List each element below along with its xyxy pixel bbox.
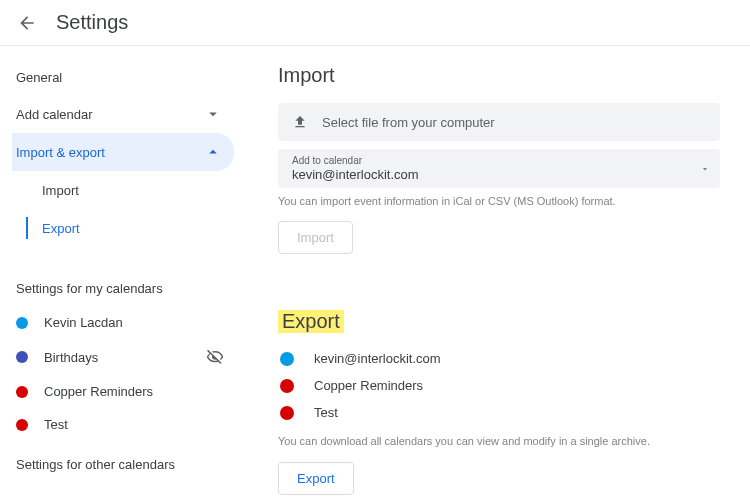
- import-title: Import: [278, 64, 720, 87]
- export-calendar-label: Copper Reminders: [314, 378, 423, 393]
- nav-import-export-children: Import Export: [12, 171, 244, 247]
- sidebar: General Add calendar Import & export Imp…: [0, 46, 250, 504]
- calendar-color-dot: [280, 379, 294, 393]
- nav-add-calendar[interactable]: Add calendar: [12, 95, 234, 133]
- nav-label: Add calendar: [16, 107, 93, 122]
- chevron-up-icon: [204, 143, 222, 161]
- calendar-item[interactable]: Test: [12, 408, 244, 441]
- export-calendar-list: kevin@interlockit.com Copper Reminders T…: [278, 345, 720, 426]
- main: Import Select file from your computer Ad…: [250, 46, 750, 504]
- import-section: Import Select file from your computer Ad…: [278, 64, 720, 254]
- export-title: Export: [278, 310, 344, 333]
- caret-down-icon: [700, 160, 710, 178]
- calendar-select-label: Add to calendar: [292, 155, 690, 166]
- import-help-text: You can import event information in iCal…: [278, 194, 720, 209]
- export-help-text: You can download all calendars you can v…: [278, 434, 720, 449]
- calendar-label: Birthdays: [44, 350, 206, 365]
- nav-import-export[interactable]: Import & export: [12, 133, 234, 171]
- calendar-select-value: kevin@interlockit.com: [292, 167, 690, 182]
- upload-label: Select file from your computer: [322, 115, 495, 130]
- subnav-label: Export: [42, 221, 80, 236]
- upload-icon: [292, 114, 308, 130]
- calendar-item[interactable]: Kevin Lacdan: [12, 306, 244, 339]
- calendar-color-dot: [16, 419, 28, 431]
- content: General Add calendar Import & export Imp…: [0, 46, 750, 504]
- my-calendars-heading: Settings for my calendars: [12, 265, 244, 306]
- calendar-label: Copper Reminders: [44, 384, 234, 399]
- other-calendars-heading: Settings for other calendars: [12, 441, 244, 482]
- calendar-item[interactable]: Birthdays: [12, 339, 244, 375]
- calendar-label: Test: [44, 417, 234, 432]
- nav-general[interactable]: General: [12, 60, 234, 95]
- export-calendar-label: kevin@interlockit.com: [314, 351, 441, 366]
- page-title: Settings: [56, 11, 128, 34]
- subnav-export[interactable]: Export: [26, 209, 244, 247]
- calendar-color-dot: [16, 386, 28, 398]
- active-bar: [26, 179, 28, 201]
- export-calendar-item: Test: [278, 399, 720, 426]
- export-calendar-item: kevin@interlockit.com: [278, 345, 720, 372]
- calendar-color-dot: [280, 406, 294, 420]
- export-section: Export kevin@interlockit.com Copper Remi…: [278, 310, 720, 494]
- chevron-down-icon: [204, 105, 222, 123]
- calendar-color-dot: [16, 351, 28, 363]
- header: Settings: [0, 0, 750, 46]
- upload-file-button[interactable]: Select file from your computer: [278, 103, 720, 141]
- import-button[interactable]: Import: [278, 221, 353, 254]
- export-calendar-item: Copper Reminders: [278, 372, 720, 399]
- arrow-left-icon: [17, 13, 37, 33]
- back-button[interactable]: [14, 10, 40, 36]
- calendar-color-dot: [280, 352, 294, 366]
- calendar-color-dot: [16, 317, 28, 329]
- visibility-off-icon: [206, 348, 224, 366]
- calendar-label: Kevin Lacdan: [44, 315, 234, 330]
- subnav-label: Import: [42, 183, 79, 198]
- export-calendar-label: Test: [314, 405, 338, 420]
- subnav-import[interactable]: Import: [26, 171, 244, 209]
- export-button[interactable]: Export: [278, 462, 354, 495]
- calendar-select[interactable]: Add to calendar kevin@interlockit.com: [278, 149, 720, 188]
- active-bar: [26, 217, 28, 239]
- nav-label: General: [16, 70, 62, 85]
- nav-label: Import & export: [16, 145, 105, 160]
- calendar-item[interactable]: Copper Reminders: [12, 375, 244, 408]
